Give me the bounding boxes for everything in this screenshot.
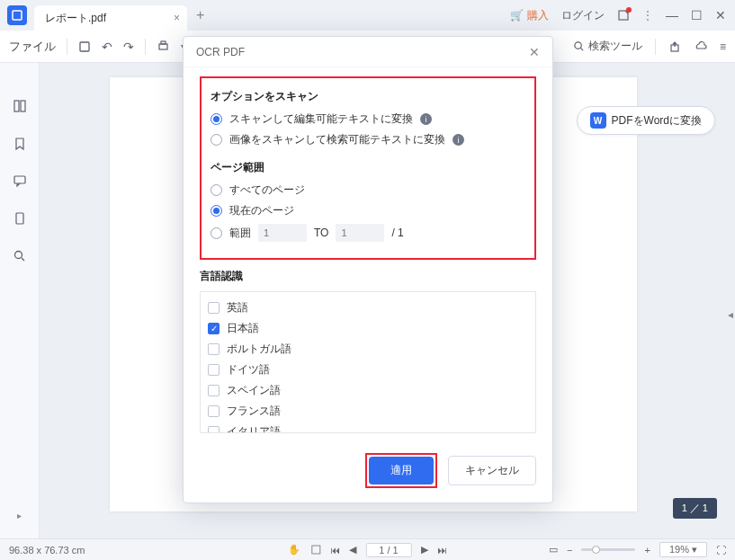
modal-title: OCR PDF	[196, 46, 245, 58]
purchase-link[interactable]: 🛒 購入	[510, 8, 549, 23]
svg-point-18	[15, 252, 22, 259]
expand-right-icon[interactable]: ◂	[726, 301, 735, 328]
radio-icon	[211, 134, 222, 146]
tab-title: レポート.pdf	[45, 11, 106, 26]
menu-icon[interactable]: ≡	[720, 40, 726, 53]
zoom-value[interactable]: 19% ▾	[659, 542, 707, 557]
zoom-out-status-icon[interactable]: −	[567, 545, 572, 556]
option-searchable[interactable]: 画像をスキャンして検索可能テキストに変換 i	[211, 132, 525, 147]
thumbnails-icon[interactable]	[13, 99, 27, 113]
zoom-in-status-icon[interactable]: +	[644, 545, 650, 556]
attachment-icon[interactable]	[13, 211, 26, 226]
convert-to-word-button[interactable]: W PDFをWordに変換	[577, 106, 715, 135]
zoom-slider[interactable]	[581, 548, 635, 551]
cancel-button[interactable]: キャンセル	[448, 456, 536, 485]
close-window-button[interactable]: ✕	[715, 8, 726, 22]
titlebar: レポート.pdf × + 🛒 購入 ログイン ⋮ — ☐ ✕	[0, 0, 735, 31]
fit-page-icon[interactable]: ▭	[549, 544, 558, 556]
ocr-modal: OCR PDF ✕ オプションをスキャン スキャンして編集可能テキストに変換 i…	[183, 36, 553, 503]
close-icon[interactable]: ✕	[529, 45, 540, 59]
language-option[interactable]: ポルトガル語	[208, 339, 528, 360]
login-link[interactable]: ログイン	[561, 8, 605, 23]
add-tab-button[interactable]: +	[196, 7, 204, 23]
svg-rect-17	[16, 213, 23, 224]
redo-icon[interactable]: ↷	[123, 40, 134, 54]
search-rail-icon[interactable]	[13, 249, 26, 262]
option-current-page[interactable]: 現在のページ	[211, 203, 525, 218]
statusbar: 96.38 x 76.73 cm ✋ ⏮ ◀ 1 / 1 ▶ ⏭ ▭ − + 1…	[0, 538, 735, 560]
bookmark-icon[interactable]	[13, 137, 26, 151]
left-rail: ▸	[0, 63, 40, 538]
language-option[interactable]: 英語	[208, 298, 528, 318]
svg-rect-14	[14, 101, 19, 111]
language-label: イタリア語	[227, 424, 281, 433]
page-range-heading: ページ範囲	[211, 160, 525, 175]
svg-rect-3	[159, 44, 167, 49]
prev-page-icon[interactable]: ◀	[349, 544, 356, 556]
radio-icon	[211, 205, 222, 217]
maximize-button[interactable]: ☐	[691, 8, 703, 22]
radio-icon	[211, 227, 222, 239]
svg-rect-0	[13, 11, 22, 20]
notification-icon[interactable]	[617, 9, 630, 22]
comment-icon[interactable]	[13, 174, 27, 188]
first-page-icon[interactable]: ⏮	[330, 545, 340, 556]
checkbox-icon	[208, 385, 220, 396]
print-icon[interactable]	[157, 40, 170, 53]
collapse-rail-icon[interactable]: ▸	[17, 511, 22, 520]
document-tab[interactable]: レポート.pdf ×	[34, 5, 187, 31]
language-list[interactable]: 英語日本語ポルトガル語ドイツ語スペイン語フランス語イタリア語中国語（繁体字）	[200, 291, 536, 433]
save-icon[interactable]	[78, 40, 91, 53]
checkbox-icon	[208, 302, 220, 314]
hand-tool-icon[interactable]: ✋	[288, 544, 300, 556]
language-label: 英語	[227, 300, 248, 316]
search-icon[interactable]: 検索ツール	[573, 39, 642, 54]
selected-languages: 日本語	[200, 433, 536, 444]
modal-header: OCR PDF ✕	[184, 37, 552, 67]
info-icon[interactable]: i	[453, 134, 464, 146]
checkbox-icon	[208, 364, 220, 376]
modal-footer: 適用 キャンセル	[184, 444, 552, 502]
svg-rect-4	[161, 41, 166, 44]
checkbox-icon	[208, 426, 220, 433]
page-input[interactable]: 1 / 1	[365, 543, 411, 557]
cloud-icon[interactable]	[694, 40, 707, 53]
language-label: スペイン語	[227, 383, 281, 398]
apply-highlight: 適用	[365, 453, 437, 488]
option-editable[interactable]: スキャンして編集可能テキストに変換 i	[211, 111, 525, 127]
language-heading: 言語認識	[200, 269, 536, 284]
share-icon[interactable]	[668, 40, 681, 53]
next-page-icon[interactable]: ▶	[421, 544, 428, 556]
last-page-icon[interactable]: ⏭	[437, 545, 447, 556]
minimize-button[interactable]: —	[666, 8, 678, 22]
language-option[interactable]: イタリア語	[208, 422, 528, 433]
file-menu[interactable]: ファイル	[9, 39, 56, 55]
svg-rect-2	[80, 42, 89, 51]
language-option[interactable]: 日本語	[208, 318, 528, 339]
app-icon	[7, 5, 27, 25]
close-tab-icon[interactable]: ×	[174, 12, 180, 24]
language-option[interactable]: フランス語	[208, 401, 528, 422]
select-tool-icon[interactable]	[309, 544, 321, 556]
scan-options-heading: オプションをスキャン	[211, 89, 525, 104]
option-all-pages[interactable]: すべてのページ	[211, 182, 525, 198]
language-label: ポルトガル語	[227, 342, 291, 357]
more-icon[interactable]: ⋮	[642, 9, 653, 22]
language-label: ドイツ語	[227, 362, 270, 378]
svg-rect-16	[14, 176, 25, 183]
language-option[interactable]: ドイツ語	[208, 360, 528, 380]
undo-icon[interactable]: ↶	[102, 40, 112, 54]
radio-icon	[211, 113, 222, 125]
checkbox-icon	[208, 405, 220, 417]
language-option[interactable]: スペイン語	[208, 380, 528, 401]
svg-rect-15	[21, 101, 25, 111]
range-to-input[interactable]	[336, 224, 384, 242]
option-range[interactable]: 範囲 TO / 1	[211, 224, 525, 242]
range-from-input[interactable]	[258, 224, 307, 242]
apply-button[interactable]: 適用	[369, 457, 434, 484]
highlighted-section: オプションをスキャン スキャンして編集可能テキストに変換 i 画像をスキャンして…	[200, 76, 536, 260]
fullscreen-icon[interactable]: ⛶	[716, 545, 726, 556]
dimensions-label: 96.38 x 76.73 cm	[9, 545, 85, 556]
svg-rect-20	[311, 546, 319, 554]
info-icon[interactable]: i	[420, 113, 432, 125]
